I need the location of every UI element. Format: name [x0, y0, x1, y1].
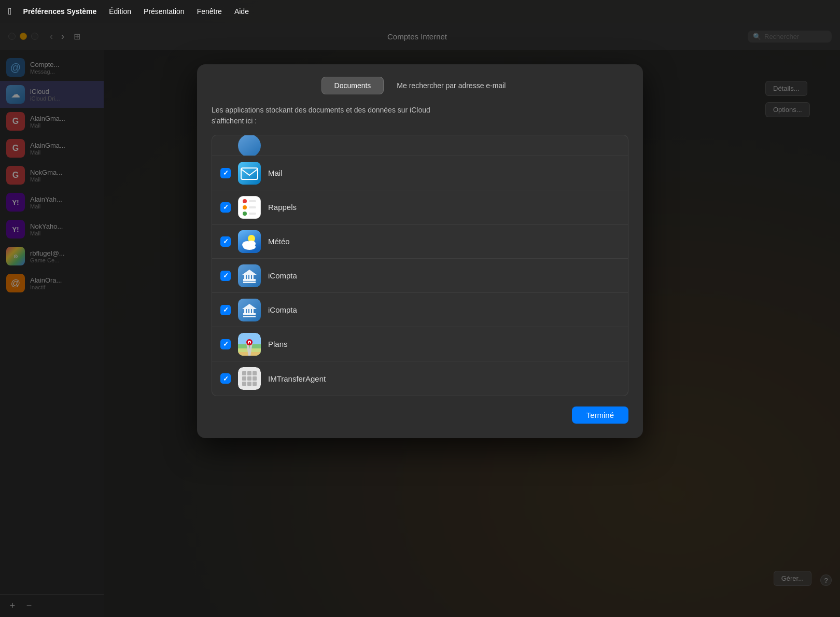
svg-rect-37: [242, 382, 246, 386]
app-list-scroll[interactable]: ✓: [212, 135, 628, 396]
app-list-container: ✓: [212, 135, 628, 396]
modal-tabs: Documents Me rechercher par adresse e-ma…: [212, 77, 628, 94]
modal-footer: Terminé: [212, 406, 628, 424]
svg-rect-38: [247, 382, 251, 386]
app-list-item-plans[interactable]: ✓: [212, 327, 628, 361]
app-icon-rappels: [238, 196, 261, 219]
tab-documents[interactable]: Documents: [321, 77, 384, 94]
svg-rect-31: [242, 371, 246, 375]
checkbox-mail[interactable]: ✓: [220, 168, 231, 178]
app-icon-plans: [238, 333, 261, 356]
app-list-item-icompta2[interactable]: ✓: [212, 293, 628, 327]
svg-rect-9: [243, 282, 256, 283]
app-name-mail: Mail: [268, 169, 283, 177]
svg-rect-35: [247, 376, 251, 381]
app-list-partial-top: [212, 135, 628, 156]
checkbox-icompta1[interactable]: ✓: [220, 271, 231, 281]
checkbox-plans[interactable]: ✓: [220, 339, 231, 349]
svg-rect-17: [243, 316, 256, 317]
apple-menu[interactable]: : [8, 6, 12, 17]
menu-presentation[interactable]: Présentation: [138, 5, 190, 18]
modal-overlay: Documents Me rechercher par adresse e-ma…: [0, 23, 840, 617]
app-list-item-mail[interactable]: ✓: [212, 156, 628, 190]
svg-rect-13: [252, 275, 254, 279]
tab-rechercher-email[interactable]: Me rechercher par adresse e-mail: [384, 77, 519, 94]
app-icon-meteo: [238, 230, 261, 253]
svg-rect-10: [244, 275, 246, 279]
app-icon-mail: [238, 162, 261, 185]
app-list-item-rappels[interactable]: ✓: [212, 190, 628, 225]
svg-rect-12: [249, 275, 251, 279]
svg-rect-33: [253, 371, 257, 375]
checkbox-rappels[interactable]: ✓: [220, 202, 231, 213]
menu-preferences[interactable]: Préférences Système: [18, 5, 102, 18]
svg-rect-36: [253, 376, 257, 381]
svg-rect-19: [247, 309, 248, 314]
app-name-icompta1: iCompta: [268, 271, 297, 280]
app-icon-icompta1: [238, 264, 261, 287]
checkbox-meteo[interactable]: ✓: [220, 236, 231, 247]
app-name-imtransfer: IMTransferAgent: [268, 374, 326, 383]
menu-edition[interactable]: Édition: [104, 5, 136, 18]
menu-aide[interactable]: Aide: [229, 5, 254, 18]
menu-bar:  Préférences Système Édition Présentati…: [0, 0, 840, 23]
svg-rect-34: [242, 376, 246, 381]
modal-description: Les applications stockant des documents …: [212, 105, 628, 127]
checkbox-imtransfer[interactable]: ✓: [220, 373, 231, 384]
app-name-icompta2: iCompta: [268, 305, 297, 314]
app-list-item-imtransfer[interactable]: ✓: [212, 361, 628, 396]
svg-rect-32: [247, 371, 251, 375]
app-icon-icompta2: [238, 299, 261, 321]
app-list-item-icompta1[interactable]: ✓: [212, 259, 628, 293]
termine-button[interactable]: Terminé: [572, 406, 628, 424]
svg-rect-18: [244, 309, 246, 314]
svg-rect-29: [249, 342, 250, 345]
svg-rect-20: [249, 309, 251, 314]
svg-rect-11: [247, 275, 248, 279]
app-icon-imtransfer: [238, 367, 261, 390]
app-name-meteo: Météo: [268, 237, 290, 246]
app-list-item-meteo[interactable]: ✓: [212, 225, 628, 259]
svg-point-6: [243, 244, 256, 250]
checkbox-icompta2[interactable]: ✓: [220, 305, 231, 315]
svg-rect-39: [253, 382, 257, 386]
svg-rect-21: [252, 309, 254, 314]
app-name-plans: Plans: [268, 340, 288, 348]
menu-fenetre[interactable]: Fenêtre: [192, 5, 227, 18]
modal-dialog: Documents Me rechercher par adresse e-ma…: [197, 64, 643, 438]
app-name-rappels: Rappels: [268, 203, 297, 212]
